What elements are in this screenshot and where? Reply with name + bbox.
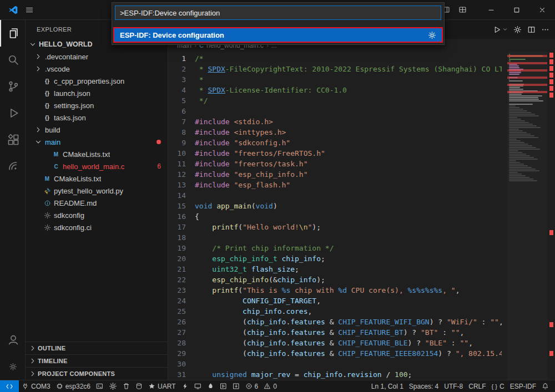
file-README.md[interactable]: README.md <box>26 197 168 209</box>
code-line-25[interactable]: 25 chip_info.cores, <box>168 306 502 317</box>
code-line-17[interactable]: 17 printf("Hello world!\n"); <box>168 222 502 232</box>
code-line-15[interactable]: 15void app_main(void) <box>168 201 502 211</box>
file-sdkconfig.ci[interactable]: sdkconfig.ci <box>26 221 168 233</box>
minimap[interactable] <box>507 52 547 380</box>
file-pytest_hello_world.py[interactable]: pytest_hello_world.py <box>26 185 168 197</box>
status-debug[interactable] <box>217 380 230 392</box>
code-line-4[interactable]: 4 * SPDX-License-Identifier: CC0-1.0 <box>168 85 502 95</box>
panel-project-components[interactable]: PROJECT COMPONENTS <box>26 367 168 380</box>
activity-run-and-debug[interactable] <box>0 100 25 126</box>
code-line-16[interactable]: 16{ <box>168 211 502 222</box>
code-line-8[interactable]: 8#include <inttypes.h> <box>168 127 502 138</box>
layout-grid-icon[interactable] <box>454 2 471 18</box>
code-line-6[interactable]: 6 <box>168 106 502 116</box>
status-problems-errors[interactable]: 6 <box>243 380 261 392</box>
code-line-12[interactable]: 12#include "esp_chip_info.h" <box>168 169 502 180</box>
status-problems-warnings[interactable]: 0 <box>261 380 280 392</box>
run-dropdown-icon[interactable] <box>502 27 508 32</box>
status-serial-port[interactable]: COM3 <box>19 380 53 392</box>
code-line-24[interactable]: 24 CONFIG_IDF_TARGET, <box>168 296 502 306</box>
panel-outline[interactable]: OUTLINE <box>26 342 168 354</box>
status-eol-sequence[interactable]: CRLF <box>466 380 488 392</box>
code-line-28[interactable]: 28 (chip_info.features & CHIP_FEATURE_BL… <box>168 338 502 348</box>
code-line-11[interactable]: 11#include "freertos/task.h" <box>168 159 502 169</box>
status-indentation[interactable]: Spaces: 4 <box>406 380 441 392</box>
status-encoding[interactable]: UTF-8 <box>441 380 466 392</box>
maximize-button[interactable] <box>504 0 529 20</box>
activity-extensions[interactable] <box>0 126 25 153</box>
file-c_cpp_properties.json[interactable]: {}c_cpp_properties.json <box>26 75 168 87</box>
file-settings.json[interactable]: {}settings.json <box>26 99 168 111</box>
menu-icon[interactable] <box>20 6 39 14</box>
code-line-27[interactable]: 27 (chip_info.features & CHIP_FEATURE_BT… <box>168 327 502 338</box>
file-.vscode[interactable]: .vscode <box>26 63 168 75</box>
activity-source-control[interactable] <box>0 73 25 100</box>
code-line-3[interactable]: 3 * <box>168 74 502 85</box>
status-notifications[interactable] <box>539 380 552 392</box>
code-line-21[interactable]: 21 uint32_t flash_size; <box>168 264 502 274</box>
minimize-button[interactable] <box>478 0 504 20</box>
panel-timeline[interactable]: TIMELINE <box>26 354 168 367</box>
code-line-9[interactable]: 9#include "sdkconfig.h" <box>168 138 502 148</box>
gear-icon <box>109 382 117 390</box>
file-hello_world_main.c[interactable]: Chello_world_main.c6 <box>26 160 168 172</box>
status-download[interactable] <box>230 380 243 392</box>
status-monitor-device[interactable] <box>191 380 204 392</box>
gear-icon[interactable] <box>428 31 436 39</box>
status-build-project[interactable] <box>133 380 145 392</box>
activity-explorer[interactable] <box>0 20 25 47</box>
status-flash-device[interactable] <box>179 380 191 392</box>
file-launch.json[interactable]: {}launch.json <box>26 87 168 99</box>
split-editor-icon[interactable] <box>527 26 536 34</box>
status-full-clean[interactable] <box>120 380 133 392</box>
code-line-23[interactable]: 23 printf("This is %s chip with %d CPU c… <box>168 285 502 296</box>
code-line-19[interactable]: 19 /* Print chip information */ <box>168 243 502 253</box>
file-build[interactable]: build <box>26 124 168 136</box>
line-text: (chip_info.features & CHIP_FEATURE_IEEE8… <box>195 348 502 359</box>
code-line-2[interactable]: 2 * SPDX-FileCopyrightText: 2010-2022 Es… <box>168 64 502 74</box>
activity-search[interactable] <box>0 47 25 73</box>
code-area[interactable]: 1/*2 * SPDX-FileCopyrightText: 2010-2022… <box>168 52 555 380</box>
activity-esp-idf-explorer[interactable] <box>0 153 25 180</box>
code-lines[interactable]: 1/*2 * SPDX-FileCopyrightText: 2010-2022… <box>168 53 502 380</box>
file-CMakeLists.txt[interactable]: MCMakeLists.txt <box>26 172 168 185</box>
status-build-flash-monitor[interactable] <box>204 380 217 392</box>
file-tasks.json[interactable]: {}tasks.json <box>26 111 168 124</box>
close-button[interactable] <box>529 0 555 20</box>
file-label: sdkconfig <box>54 211 84 220</box>
file-CMakeLists.txt[interactable]: MCMakeLists.txt <box>26 148 168 160</box>
command-palette-input[interactable]: >ESP-IDF:Device configuration <box>115 6 441 20</box>
run-button[interactable] <box>493 26 501 34</box>
code-line-13[interactable]: 13#include "esp_flash.h" <box>168 180 502 190</box>
code-line-29[interactable]: 29 (chip_info.features & CHIP_FEATURE_IE… <box>168 348 502 359</box>
status-flash-method[interactable]: UART <box>145 380 178 392</box>
code-line-14[interactable]: 14 <box>168 190 502 201</box>
code-line-18[interactable]: 18 <box>168 232 502 243</box>
more-actions-icon[interactable] <box>541 26 549 34</box>
activity-manage[interactable] <box>0 353 25 380</box>
status-remote-indicator[interactable] <box>0 380 19 392</box>
status-idf-terminal[interactable] <box>93 380 106 392</box>
activity-accounts[interactable] <box>0 327 25 353</box>
code-line-20[interactable]: 20 esp_chip_info_t chip_info; <box>168 253 502 264</box>
file-.devcontainer[interactable]: .devcontainer <box>26 50 168 63</box>
code-line-7[interactable]: 7#include <stdio.h> <box>168 116 502 127</box>
code-line-10[interactable]: 10#include "freertos/FreeRTOS.h" <box>168 148 502 159</box>
file-main[interactable]: main <box>26 136 168 148</box>
minimap-line <box>509 117 517 118</box>
file-sdkconfig[interactable]: sdkconfig <box>26 209 168 221</box>
code-line-1[interactable]: 1/* <box>168 53 502 64</box>
file-label: CMakeLists.txt <box>54 175 101 183</box>
settings-gear-icon[interactable] <box>513 26 522 34</box>
status-esp-idf-extension[interactable]: ESP-IDF <box>507 380 539 392</box>
command-item-device-configuration[interactable]: ESP-IDF: Device configuration <box>114 28 442 42</box>
code-line-5[interactable]: 5 */ <box>168 95 502 106</box>
status-cursor-position[interactable]: Ln 1, Col 1 <box>369 380 406 392</box>
status-device-target[interactable]: esp32c6 <box>53 380 93 392</box>
code-line-22[interactable]: 22 esp_chip_info(&chip_info); <box>168 274 502 285</box>
status-menuconfig[interactable] <box>106 380 120 392</box>
status-language-mode[interactable]: { }C <box>489 380 507 392</box>
code-line-31[interactable]: 31 unsigned major_rev = chip_info.revisi… <box>168 369 502 380</box>
code-line-30[interactable]: 30 <box>168 359 502 369</box>
code-line-26[interactable]: 26 (chip_info.features & CHIP_FEATURE_WI… <box>168 317 502 327</box>
